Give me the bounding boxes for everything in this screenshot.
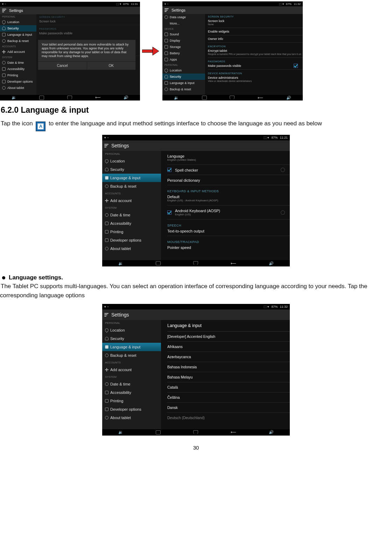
option-make-passwords-visible[interactable]: Make passwords visible <box>208 63 241 68</box>
sidebar-item-about[interactable]: About tablet <box>102 244 161 253</box>
sidebar-item-add-account[interactable]: Add account <box>102 366 161 374</box>
bullet-icon <box>2 276 5 279</box>
language-input-icon: A <box>36 121 46 131</box>
sidebar-item-developer[interactable]: Developer options <box>102 405 161 414</box>
dialog-ok-button[interactable]: OK <box>87 62 136 70</box>
sidebar-item-security[interactable]: Security <box>102 334 161 343</box>
sidebar-item-about[interactable]: About tablet <box>102 414 161 422</box>
sidebar-item-printing[interactable]: Printing <box>0 72 36 78</box>
language-option[interactable]: [Developer] Accented English <box>167 332 290 342</box>
settings-icon <box>2 8 7 13</box>
sidebar-item-language[interactable]: Language & input <box>102 343 161 351</box>
sidebar-item-backup[interactable]: Backup & reset <box>102 182 161 190</box>
settings-sidebar: PERSONAL Location Security Language & in… <box>0 14 36 95</box>
option-pointer-speed[interactable]: Pointer speed <box>167 244 290 250</box>
dialog-cancel-button[interactable]: Cancel <box>38 62 87 70</box>
language-option[interactable]: Čeština <box>167 392 290 403</box>
arrow-right-icon <box>142 46 159 56</box>
sidebar-item-location[interactable]: Location <box>162 67 205 74</box>
sidebar-item-language[interactable]: Language & input <box>102 174 161 182</box>
sidebar-item-location[interactable]: Location <box>102 326 161 334</box>
nav-bar: 🔉⟵🔊 <box>102 260 290 266</box>
intro-paragraph: Tap the icon A to enter the language and… <box>1 119 391 131</box>
settings-sidebar: PERSONAL Location Security Language & in… <box>102 320 161 429</box>
battery-percent: 87% <box>271 136 278 139</box>
settings-titlebar: Settings <box>102 310 290 320</box>
sidebar-item-security[interactable]: Security <box>162 74 205 80</box>
option-android-keyboard-sub: English (US) <box>175 213 220 217</box>
sidebar-item-datausage[interactable]: Data usage <box>162 14 205 20</box>
language-option[interactable]: Català <box>167 382 290 392</box>
sidebar-item-add-account[interactable]: Add account <box>0 49 36 55</box>
language-option[interactable]: Deutsch (Deutschland) <box>167 413 290 420</box>
sidebar-item-accessibility[interactable]: Accessibility <box>0 66 36 72</box>
security-options: SCREEN SECURITY Screen lock None Enable … <box>205 14 303 95</box>
sidebar-item-storage[interactable]: Storage <box>162 44 205 50</box>
category-mouse: MOUSE/TRACKPAD <box>167 238 290 244</box>
option-personal-dictionary[interactable]: Personal dictionary <box>167 177 290 183</box>
sidebar-item-printing[interactable]: Printing <box>102 228 161 236</box>
bullet-heading-text: Language settings. <box>9 274 63 281</box>
sidebar-item-add-account[interactable]: Add account <box>102 196 161 205</box>
section-heading: 6.2.0 Language & input <box>1 105 392 115</box>
sidebar-item-accessibility[interactable]: Accessibility <box>102 388 161 397</box>
sidebar-header-system: SYSTEM <box>0 55 36 60</box>
gear-icon[interactable] <box>281 168 285 172</box>
option-android-keyboard[interactable]: Android Keyboard (AOSP) <box>175 208 220 213</box>
sidebar-item-accessibility[interactable]: Accessibility <box>102 219 161 228</box>
category-keyboard: KEYBOARD & INPUT METHODS <box>167 187 290 194</box>
option-device-admin[interactable]: Device administrators <box>208 75 303 80</box>
sidebar-item-language[interactable]: Language & input <box>162 80 205 86</box>
checkbox-checked-icon[interactable] <box>294 64 298 68</box>
status-time: 11:31 <box>131 2 138 6</box>
sidebar-header-accounts: ACCOUNTS <box>102 360 161 366</box>
sidebar-item-datetime[interactable]: Date & time <box>0 60 36 66</box>
sidebar-item-datetime[interactable]: Date & time <box>102 380 161 388</box>
sidebar-item-more[interactable]: More... <box>162 20 205 27</box>
language-option[interactable]: Bahasa Melayu <box>167 372 290 382</box>
option-language[interactable]: Language <box>167 153 290 159</box>
language-option[interactable]: Azərbaycanca <box>167 352 290 362</box>
option-default[interactable]: Default <box>167 194 290 199</box>
checkbox-checked-icon[interactable] <box>167 210 172 215</box>
bullet-heading: Language settings. <box>2 274 392 281</box>
option-screen-lock-sub: None <box>208 23 303 27</box>
sidebar-item-developer[interactable]: Developer options <box>0 78 36 85</box>
gear-icon[interactable] <box>281 210 285 215</box>
settings-sidebar: Data usage More... DEVICE Sound Display … <box>162 14 205 95</box>
sidebar-item-datetime[interactable]: Date & time <box>102 211 161 219</box>
language-header-row: Language & input <box>167 320 290 332</box>
status-bar: ▾▫ ⬚ ▾ 87% 11:31 <box>0 2 140 7</box>
nav-bar: 🔉⟵🔊 <box>0 95 140 100</box>
sidebar-item-battery[interactable]: Battery <box>162 50 205 56</box>
settings-titlebar: Settings <box>102 140 290 151</box>
sidebar-item-about[interactable]: About tablet <box>0 85 36 91</box>
screenshot-security-settings: ▾▫ ⬚ ▾ 87% 11:32 Settings Data usage Mor… <box>162 1 303 100</box>
option-encrypt-tablet[interactable]: Encrypt tablet <box>208 48 303 53</box>
language-option[interactable]: Bahasa Indonesia <box>167 362 290 372</box>
option-tts[interactable]: Text-to-speech output <box>167 228 290 234</box>
sidebar-item-language[interactable]: Language & input <box>0 32 36 38</box>
option-owner-info[interactable]: Owner info <box>208 36 303 41</box>
screenshot-security-dialog: ▾▫ ⬚ ▾ 87% 11:31 Settings PERSONAL Locat… <box>0 2 140 100</box>
sidebar-item-location[interactable]: Location <box>102 157 161 165</box>
sidebar-item-backup[interactable]: Backup & reset <box>0 38 36 44</box>
sidebar-item-developer[interactable]: Developer options <box>102 236 161 244</box>
sidebar-item-display[interactable]: Display <box>162 37 205 44</box>
option-screen-lock[interactable]: Screen lock <box>208 19 303 23</box>
sidebar-item-backup[interactable]: Backup & reset <box>102 351 161 360</box>
sidebar-item-backup[interactable]: Backup & reset <box>162 86 205 92</box>
language-option[interactable]: Afrikaans <box>167 342 290 352</box>
option-spell-checker[interactable]: Spell checker <box>175 167 198 173</box>
sidebar-item-location[interactable]: Location <box>0 19 36 25</box>
option-enable-widgets[interactable]: Enable widgets <box>208 29 303 34</box>
sidebar-item-sound[interactable]: Sound <box>162 31 205 37</box>
language-option[interactable]: Dansk <box>167 403 290 413</box>
title-text: Settings <box>111 312 129 318</box>
checkbox-checked-icon[interactable] <box>167 168 172 172</box>
sidebar-item-security[interactable]: Security <box>102 165 161 174</box>
sidebar-item-security[interactable]: Security <box>0 25 36 32</box>
sidebar-item-printing[interactable]: Printing <box>102 397 161 405</box>
svg-rect-0 <box>142 50 153 53</box>
sidebar-item-apps[interactable]: Apps <box>162 56 205 63</box>
